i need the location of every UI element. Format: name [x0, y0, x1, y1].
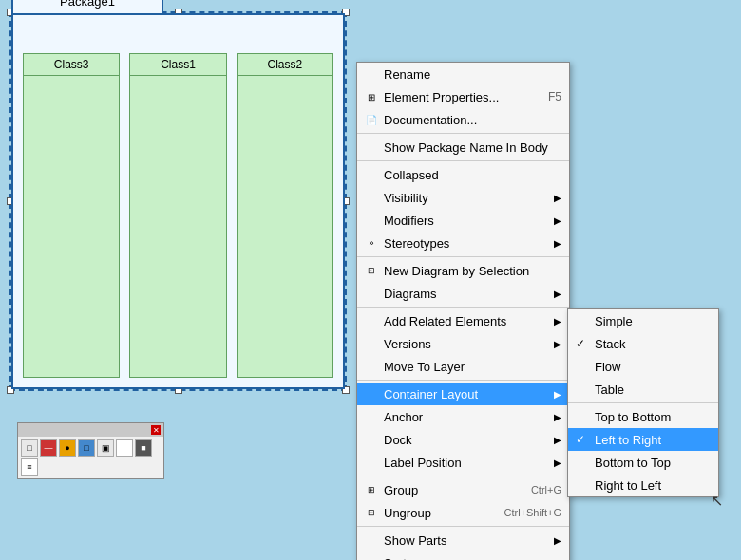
label-pos-arrow: ▶	[554, 457, 561, 468]
group-icon: ⊞	[363, 485, 380, 495]
submenu-item-flow[interactable]: Flow	[568, 355, 718, 378]
versions-arrow: ▶	[554, 339, 561, 349]
menu-item-rename[interactable]: Rename	[357, 63, 569, 85]
package-body: Class3 Class1 Class2	[11, 13, 345, 389]
toolbar-icon-3[interactable]: ●	[59, 439, 76, 457]
submenu-container-layout: Simple ✓ Stack Flow Table Top to Bottom …	[567, 308, 719, 497]
package-name: Package1	[60, 0, 115, 9]
small-toolbar: ✕ □ — ● □ ▣ ■ ≡	[17, 422, 164, 479]
submenu-item-top-to-bottom[interactable]: Top to Bottom	[568, 405, 718, 428]
menu-item-move-to-layer[interactable]: Move To Layer	[357, 355, 569, 378]
menu-item-show-parts[interactable]: Show Parts ▶	[357, 529, 569, 551]
menu-item-sort[interactable]: Sort ▶	[357, 551, 569, 560]
menu-item-versions[interactable]: Versions ▶	[357, 332, 569, 355]
toolbar-icon-7[interactable]: ■	[135, 439, 152, 457]
toolbar-icon-2[interactable]: —	[40, 439, 57, 457]
modifiers-arrow: ▶	[554, 215, 561, 226]
submenu-item-right-to-left[interactable]: Right to Left	[568, 474, 718, 496]
menu-item-element-props[interactable]: ⊞ Element Properties... F5	[357, 85, 569, 108]
menu-item-group[interactable]: ⊞ Group Ctrl+G	[357, 478, 569, 501]
stereo-icon: »	[363, 238, 380, 248]
toolbar-close-button[interactable]: ✕	[151, 425, 161, 435]
submenu-item-stack[interactable]: ✓ Stack	[568, 332, 718, 355]
diagrams-arrow: ▶	[554, 289, 561, 299]
menu-item-dock[interactable]: Dock ▶	[357, 428, 569, 451]
package-container: Package1 Class3 Class1 Class2	[10, 11, 347, 391]
doc-icon: 📄	[363, 115, 380, 125]
package-tab: Package1	[11, 0, 163, 13]
menu-item-container-layout[interactable]: Container Layout ▶	[357, 383, 569, 405]
mouse-cursor: ↖	[711, 492, 723, 510]
visibility-arrow: ▶	[554, 193, 561, 203]
menu-item-visibility[interactable]: Visibility ▶	[357, 186, 569, 209]
props-icon: ⊞	[363, 92, 380, 103]
separator-6	[357, 476, 569, 476]
add-related-arrow: ▶	[554, 316, 561, 327]
class-header-2: Class1	[130, 54, 225, 76]
class-body-2	[130, 76, 225, 377]
stack-check: ✓	[576, 337, 585, 350]
new-diag-icon: ⊡	[363, 266, 380, 275]
class-header-3: Class2	[238, 54, 332, 76]
toolbar-icon-6[interactable]	[116, 439, 133, 457]
context-menu: Rename ⊞ Element Properties... F5 📄 Docu…	[356, 62, 570, 560]
submenu-item-table[interactable]: Table	[568, 378, 718, 401]
menu-item-add-related[interactable]: Add Related Elements ▶	[357, 309, 569, 332]
toolbar-icon-8[interactable]: ≡	[21, 458, 38, 476]
menu-item-modifiers[interactable]: Modifiers ▶	[357, 209, 569, 232]
menu-item-show-pkg-name[interactable]: Show Package Name In Body	[357, 136, 569, 159]
menu-item-ungroup[interactable]: ⊟ Ungroup Ctrl+Shift+G	[357, 501, 569, 524]
toolbar-icon-5[interactable]: ▣	[97, 439, 114, 457]
toolbar-titlebar: ✕	[18, 423, 163, 437]
menu-item-diagrams[interactable]: Diagrams ▶	[357, 282, 569, 305]
submenu-item-bottom-to-top[interactable]: Bottom to Top	[568, 451, 718, 474]
separator-5	[357, 380, 569, 381]
class-box-3[interactable]: Class2	[237, 53, 333, 378]
submenu-item-simple[interactable]: Simple	[568, 309, 718, 332]
separator-4	[357, 307, 569, 308]
class-box-1[interactable]: Class3	[23, 53, 120, 378]
canvas: Package1 Class3 Class1 Class2 ✕ □ — ●	[0, 0, 741, 560]
stereotypes-arrow: ▶	[554, 238, 561, 249]
dock-arrow: ▶	[554, 435, 561, 445]
toolbar-icons: □ — ● □ ▣ ■ ≡	[18, 437, 163, 478]
menu-item-stereotypes[interactable]: » Stereotypes ▶	[357, 232, 569, 254]
left-to-right-check: ✓	[576, 433, 585, 446]
separator-2	[357, 160, 569, 161]
toolbar-icon-4[interactable]: □	[78, 439, 95, 457]
menu-item-label-position[interactable]: Label Position ▶	[357, 451, 569, 474]
container-layout-arrow: ▶	[554, 389, 561, 400]
class-body-3	[238, 76, 332, 377]
anchor-arrow: ▶	[554, 412, 561, 422]
submenu-separator-1	[568, 402, 718, 403]
separator-3	[357, 256, 569, 257]
submenu-item-left-to-right[interactable]: ✓ Left to Right	[568, 428, 718, 451]
menu-item-documentation[interactable]: 📄 Documentation...	[357, 108, 569, 131]
show-parts-arrow: ▶	[554, 535, 561, 546]
class-header-1: Class3	[24, 54, 119, 76]
menu-item-collapsed[interactable]: Collapsed	[357, 163, 569, 186]
class-box-2[interactable]: Class1	[129, 53, 226, 378]
menu-item-anchor[interactable]: Anchor ▶	[357, 405, 569, 428]
ungroup-icon: ⊟	[363, 508, 380, 517]
class-body-1	[24, 76, 119, 377]
separator-1	[357, 133, 569, 134]
separator-7	[357, 526, 569, 527]
toolbar-icon-1[interactable]: □	[21, 439, 38, 457]
menu-item-new-diagram[interactable]: ⊡ New Diagram by Selection	[357, 259, 569, 282]
